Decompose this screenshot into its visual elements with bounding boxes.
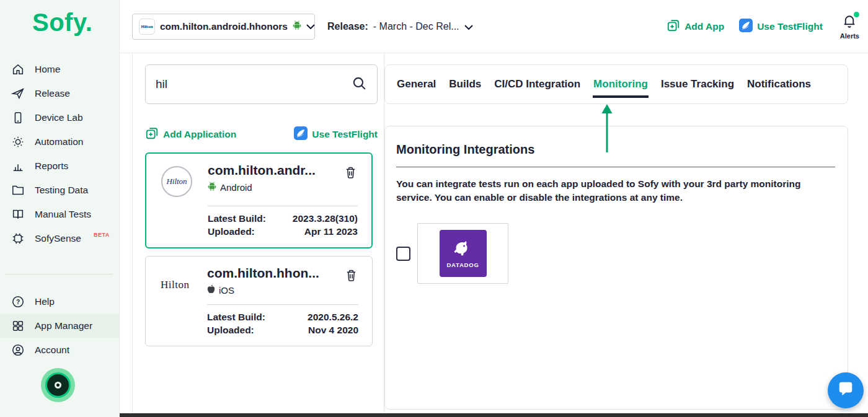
release-selector[interactable]: Release: - March - Dec Rel... [327,21,473,32]
add-app-button[interactable]: Add App [666,19,724,35]
user-icon [11,343,25,357]
topbar: Hilton com.hilton.android.hhonors Releas… [120,0,868,53]
use-testflight-link[interactable]: Use TestFlight [294,126,378,143]
chat-widget-button[interactable] [828,372,864,408]
testflight-icon [739,19,753,35]
grid-icon [11,319,25,333]
sidebar-item-app-manager[interactable]: App Manager [0,314,119,338]
datadog-card: DATADOG [417,223,508,284]
uploaded-value: Nov 4 2020 [308,324,358,337]
help-icon: ? [11,295,25,309]
sidebar-item-release[interactable]: Release [0,81,119,105]
hilton-logo: Hilton [161,166,192,197]
app-card-name: com.hilton.andr... [208,162,316,178]
app-card-ios[interactable]: Hilton com.hilton.hhon... iOS [145,256,373,346]
tab-cicd-integration[interactable]: CI/CD Integration [494,65,581,103]
app-search [145,64,378,104]
sidebar-divider [5,274,113,274]
svg-text:?: ? [16,298,20,305]
sofy-logo: Sofy. [0,0,119,46]
card-divider [207,304,358,305]
app-tabs: General Builds CI/CD Integration Monitor… [384,64,848,104]
app-selector-dropdown[interactable]: Hilton com.hilton.android.hhonors [132,14,315,40]
chevron-down-icon [464,21,473,32]
sidebar-item-help[interactable]: ? Help [0,289,119,314]
chart-icon [11,159,25,173]
sidebar-item-automation[interactable]: Automation [0,129,119,154]
card-divider [208,206,358,206]
folder-icon [11,183,25,197]
sidebar-nav: Home Release Device Lab Automation Repor… [0,57,119,250]
main-content: Add Application Use TestFlight Hilton co… [120,53,868,413]
tab-issue-tracking[interactable]: Issue Tracking [660,65,735,103]
detail-panel: General Builds CI/CD Integration Monitor… [384,53,868,413]
android-icon [208,182,216,193]
sidebar-item-manual-tests[interactable]: Manual Tests [0,202,119,226]
add-app-icon [145,126,159,143]
trash-icon [345,171,356,180]
selected-app-name: com.hilton.android.hhonors [160,21,288,32]
monitoring-panel: Monitoring Integrations You can integrat… [384,126,848,410]
tab-notifications[interactable]: Notifications [746,65,812,103]
hilton-logo: Hilton [161,279,192,291]
sidebar-item-reports[interactable]: Reports [0,154,119,178]
sidebar: Sofy. Home Release Device Lab Automation [0,0,120,417]
search-icon[interactable] [352,76,367,94]
integration-row-datadog: DATADOG [396,223,835,284]
latest-build-label: Latest Build: [207,311,265,324]
add-app-icon [666,19,680,35]
uploaded-label: Uploaded: [208,226,255,239]
tab-monitoring[interactable]: Monitoring [593,65,649,103]
datadog-enable-checkbox[interactable] [396,247,410,261]
uploaded-value: Apr 11 2023 [304,226,358,239]
tab-general[interactable]: General [396,65,436,103]
rocket-icon [11,87,25,100]
apps-panel: Add Application Use TestFlight Hilton co… [132,53,384,413]
add-application-button[interactable]: Add Application [145,126,236,143]
datadog-logo: DATADOG [440,230,487,277]
sidebar-footer-nav: ? Help App Manager Account [0,289,119,362]
sidebar-item-account[interactable]: Account [0,338,119,362]
latest-build-label: Latest Build: [208,213,266,226]
home-icon [11,63,25,76]
chat-icon [837,380,854,400]
chip-icon [11,232,25,245]
apple-icon [207,284,215,296]
chevron-down-icon [306,24,315,29]
latest-build-value: 2020.5.26.2 [308,311,358,324]
bottom-edge-bar [120,413,868,417]
sidebar-item-device-lab[interactable]: Device Lab [0,105,119,129]
sidebar-item-home[interactable]: Home [0,57,119,81]
use-testflight-button[interactable]: Use TestFlight [739,19,823,35]
book-icon [11,208,25,221]
hilton-app-icon: Hilton [139,19,155,35]
platform-label: Android [220,182,252,193]
uploaded-label: Uploaded: [207,324,254,337]
monitoring-pointer-arrow [600,104,614,154]
testflight-icon [294,126,308,143]
datadog-dog-icon [453,239,474,261]
delete-app-button[interactable] [344,268,358,284]
beta-badge: BETA [94,232,110,238]
trash-icon [345,274,357,283]
app-card-android[interactable]: Hilton com.hilton.andr... Android [145,152,373,248]
android-icon [293,20,301,32]
panel-description: You can integrate tests run on each app … [396,177,835,204]
panel-heading: Monitoring Integrations [396,143,835,157]
platform-label: iOS [219,285,234,296]
sidebar-item-testing-data[interactable]: Testing Data [0,178,119,202]
app-search-input[interactable] [156,77,352,91]
latest-build-value: 2023.3.28(310) [293,213,358,226]
alert-indicator-dot [854,12,859,17]
delete-app-button[interactable] [343,165,358,182]
alerts-button[interactable]: Alerts [840,13,859,40]
gear-icon [11,135,25,149]
phone-icon [11,111,25,125]
sidebar-item-sofysense[interactable]: SofySense BETA [0,226,119,250]
app-card-name: com.hilton.hhon... [207,265,319,281]
tab-builds[interactable]: Builds [448,65,482,103]
heading-rule [396,167,835,167]
sofy-recorder-bubble[interactable] [41,368,75,402]
